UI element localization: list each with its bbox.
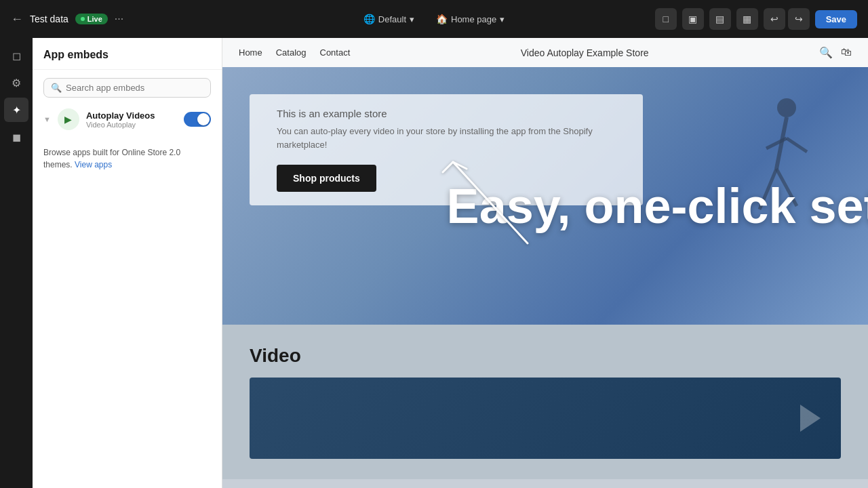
left-icon-sidebar: ◻ ⚙ ✦ ◼ (0, 38, 33, 488)
hero-example-text: This is an example store (277, 108, 616, 119)
nav-link-contact[interactable]: Contact (320, 47, 351, 58)
chevron-down-icon-2: ▾ (500, 14, 505, 24)
svg-marker-7 (800, 405, 821, 432)
app-sub: Video Autoplay (86, 121, 177, 129)
app-embeds-panel: App embeds 🔍 ▼ ▶ Autoplay Videos Video A… (33, 38, 222, 488)
sidebar-icon-layers[interactable]: ◻ (4, 43, 28, 68)
default-label: Default (378, 14, 406, 24)
svg-line-3 (776, 169, 797, 206)
app-logo-symbol: ▶ (64, 114, 72, 125)
app-info: Autoplay Videos Video Autoplay (86, 110, 177, 129)
panel-body: 🔍 ▼ ▶ Autoplay Videos Video Autoplay Bro… (33, 70, 222, 179)
nav-link-catalog[interactable]: Catalog (276, 47, 307, 58)
topbar-right: □ ▣ ▤ ▦ ↩ ↪ Save (518, 8, 857, 30)
svg-line-5 (787, 138, 807, 152)
video-title: Video (250, 345, 841, 367)
more-button[interactable]: ··· (115, 13, 123, 25)
mobile-view-button[interactable]: ▤ (709, 8, 731, 30)
select-tool-button[interactable]: □ (655, 8, 677, 30)
hero-content: This is an example store You can auto-pl… (250, 94, 643, 205)
nav-link-home[interactable]: Home (239, 47, 262, 58)
save-button[interactable]: Save (815, 10, 857, 28)
live-badge: Live (75, 14, 108, 24)
sidebar-icon-widgets[interactable]: ◼ (4, 125, 28, 149)
svg-line-4 (766, 138, 787, 148)
default-selector[interactable]: 🌐 Default ▾ (358, 10, 420, 28)
store-search-icon[interactable]: 🔍 (819, 46, 833, 59)
main-area: ◻ ⚙ ✦ ◼ App embeds 🔍 ▼ ▶ Autoplay Videos… (0, 38, 868, 488)
store-nav-links: Home Catalog Contact (239, 47, 350, 58)
toggle-knob (197, 113, 210, 125)
store-title: Video Autoplay Example Store (521, 47, 649, 58)
back-button[interactable]: ← (11, 12, 23, 26)
store-preview: Home Catalog Contact Video Autoplay Exam… (222, 38, 868, 488)
live-label: Live (87, 15, 102, 23)
app-logo: ▶ (58, 108, 79, 130)
live-dot (81, 17, 85, 21)
globe-icon: 🌐 (363, 14, 375, 24)
topbar-left: ← Test data Live ··· (11, 12, 350, 26)
search-icon: 🔍 (51, 83, 62, 93)
panel-title: App embeds (33, 38, 222, 70)
topbar: ← Test data Live ··· 🌐 Default ▾ 🏠 Home … (0, 0, 868, 38)
store-nav: Home Catalog Contact Video Autoplay Exam… (222, 38, 868, 67)
video-placeholder (250, 378, 841, 459)
store-hero: This is an example store You can auto-pl… (222, 67, 868, 325)
sidebar-icon-apps[interactable]: ✦ (4, 98, 28, 122)
hero-description: You can auto-play every video in your st… (277, 125, 616, 151)
app-toggle[interactable] (184, 112, 211, 127)
view-apps-link[interactable]: View apps (75, 160, 112, 169)
app-chevron-icon[interactable]: ▼ (43, 115, 51, 123)
homepage-selector[interactable]: 🏠 Home page ▾ (431, 10, 510, 28)
search-input[interactable] (66, 83, 203, 93)
app-name: Autoplay Videos (86, 110, 177, 121)
undo-redo-group: ↩ ↪ (764, 8, 810, 30)
preview-area: Home Catalog Contact Video Autoplay Exam… (222, 38, 868, 488)
redo-button[interactable]: ↪ (788, 8, 810, 30)
app-item-autoplay: ▼ ▶ Autoplay Videos Video Autoplay (43, 106, 211, 133)
shop-products-button[interactable]: Shop products (277, 165, 376, 192)
sidebar-icon-settings[interactable]: ⚙ (4, 70, 28, 95)
undo-button[interactable]: ↩ (764, 8, 785, 30)
skier-decoration (746, 87, 827, 239)
svg-line-2 (760, 169, 776, 209)
search-box[interactable]: 🔍 (43, 78, 211, 98)
store-bottom: Video (222, 325, 868, 479)
homepage-label: Home page (451, 14, 496, 24)
topbar-center: 🌐 Default ▾ 🏠 Home page ▾ (358, 10, 510, 28)
chevron-down-icon: ▾ (410, 14, 414, 24)
more-tools-button[interactable]: ▦ (736, 8, 758, 30)
store-name: Test data (30, 14, 68, 24)
browse-text: Browse apps built for Online Store 2.0 t… (43, 146, 211, 171)
desktop-view-button[interactable]: ▣ (682, 8, 704, 30)
store-nav-icons: 🔍 🛍 (819, 46, 852, 59)
home-icon: 🏠 (436, 14, 448, 24)
svg-point-0 (777, 98, 796, 117)
store-cart-icon[interactable]: 🛍 (841, 46, 852, 59)
